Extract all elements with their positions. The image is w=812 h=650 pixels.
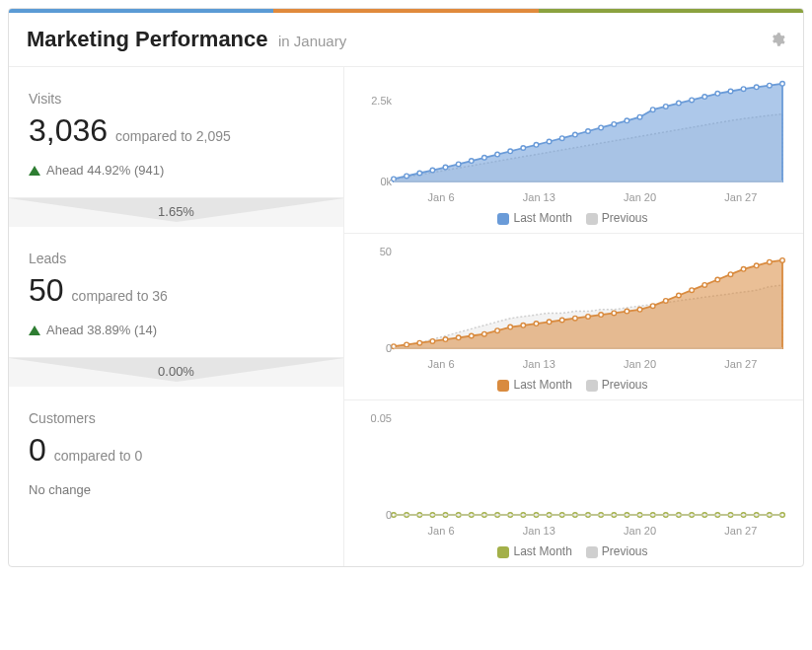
customers-value: 0 bbox=[29, 432, 46, 469]
svg-point-35 bbox=[430, 339, 435, 344]
svg-point-4 bbox=[443, 165, 448, 170]
svg-point-60 bbox=[754, 263, 759, 268]
leads-stat: Leads 50 compared to 36 Ahead 38.89% (14… bbox=[9, 227, 343, 357]
svg-point-10 bbox=[521, 146, 526, 151]
svg-point-36 bbox=[443, 337, 448, 342]
svg-point-13 bbox=[559, 136, 564, 141]
visits-stat: Visits 3,036 compared to 2,095 Ahead 44.… bbox=[9, 67, 343, 197]
svg-point-46 bbox=[573, 316, 578, 321]
chart-svg bbox=[354, 412, 788, 521]
chart-legend: Last Month Previous bbox=[354, 372, 791, 392]
svg-point-21 bbox=[664, 105, 669, 109]
svg-point-58 bbox=[728, 272, 733, 277]
svg-point-47 bbox=[586, 315, 591, 320]
svg-point-25 bbox=[715, 92, 720, 97]
svg-point-12 bbox=[547, 139, 552, 144]
stats-column: Visits 3,036 compared to 2,095 Ahead 44.… bbox=[9, 67, 344, 566]
visits-chart-slot: 2.5k 0k Jan 6Jan 13Jan 20Jan 27 Last Mon… bbox=[344, 67, 803, 234]
leads-label: Leads bbox=[29, 251, 324, 266]
svg-point-18 bbox=[625, 118, 629, 123]
svg-point-3 bbox=[430, 168, 435, 173]
svg-point-27 bbox=[741, 87, 746, 92]
svg-point-34 bbox=[417, 340, 422, 345]
customers-change: No change bbox=[29, 482, 91, 497]
card-header: Marketing Performance in January bbox=[9, 13, 803, 67]
svg-point-23 bbox=[690, 98, 695, 103]
chart-x-axis: Jan 6Jan 13Jan 20Jan 27 bbox=[354, 521, 791, 539]
visits-change: Ahead 44.92% (941) bbox=[46, 163, 164, 178]
svg-point-7 bbox=[482, 156, 487, 161]
funnel-rate-1: 1.65% bbox=[158, 204, 194, 219]
svg-point-30 bbox=[780, 82, 785, 87]
charts-column: 2.5k 0k Jan 6Jan 13Jan 20Jan 27 Last Mon… bbox=[344, 67, 803, 566]
svg-point-39 bbox=[482, 331, 487, 336]
svg-point-42 bbox=[521, 324, 526, 328]
svg-point-48 bbox=[599, 313, 604, 318]
chart-svg bbox=[354, 79, 788, 187]
svg-point-54 bbox=[677, 293, 682, 298]
funnel-visits-to-leads: 1.65% bbox=[9, 197, 343, 227]
funnel-rate-2: 0.00% bbox=[158, 364, 194, 379]
svg-point-29 bbox=[768, 83, 773, 88]
svg-point-22 bbox=[677, 101, 682, 106]
chart-legend: Last Month Previous bbox=[354, 539, 791, 558]
svg-point-11 bbox=[534, 143, 539, 148]
svg-point-6 bbox=[470, 159, 475, 164]
svg-point-53 bbox=[664, 299, 669, 304]
svg-point-52 bbox=[650, 304, 655, 309]
leads-change: Ahead 38.89% (14) bbox=[46, 323, 157, 337]
svg-point-2 bbox=[417, 171, 422, 176]
svg-point-8 bbox=[495, 152, 500, 157]
svg-point-62 bbox=[780, 258, 785, 263]
svg-point-50 bbox=[625, 309, 629, 314]
funnel-leads-to-customers: 0.00% bbox=[9, 357, 343, 387]
card-title: Marketing Performance bbox=[27, 27, 268, 51]
customers-stat: Customers 0 compared to 0 No change bbox=[9, 387, 343, 517]
svg-point-24 bbox=[702, 95, 707, 100]
svg-point-44 bbox=[547, 320, 552, 325]
svg-point-55 bbox=[690, 288, 695, 293]
svg-point-9 bbox=[508, 149, 513, 154]
svg-point-26 bbox=[728, 89, 733, 94]
svg-point-41 bbox=[508, 325, 513, 329]
chart-legend: Last Month Previous bbox=[354, 205, 791, 225]
svg-point-16 bbox=[599, 125, 604, 130]
leads-chart-slot: 50 0 Jan 6Jan 13Jan 20Jan 27 Last Month … bbox=[344, 234, 803, 400]
svg-point-0 bbox=[392, 177, 397, 181]
svg-point-28 bbox=[754, 85, 759, 90]
arrow-up-icon bbox=[29, 166, 40, 176]
leads-value: 50 bbox=[29, 272, 64, 309]
svg-point-45 bbox=[559, 318, 564, 323]
svg-point-56 bbox=[702, 283, 707, 288]
card-subtitle: in January bbox=[278, 33, 346, 49]
customers-label: Customers bbox=[29, 410, 324, 426]
visits-label: Visits bbox=[29, 91, 324, 107]
svg-point-19 bbox=[637, 114, 642, 119]
svg-point-57 bbox=[715, 277, 720, 282]
svg-point-5 bbox=[456, 162, 461, 167]
svg-point-17 bbox=[612, 122, 617, 127]
svg-point-14 bbox=[573, 132, 578, 137]
svg-point-38 bbox=[470, 333, 475, 338]
svg-point-40 bbox=[495, 328, 500, 333]
svg-point-37 bbox=[456, 335, 461, 340]
gear-icon[interactable] bbox=[770, 32, 785, 47]
svg-point-49 bbox=[612, 311, 617, 316]
arrow-up-icon bbox=[29, 325, 40, 335]
svg-point-43 bbox=[534, 322, 539, 326]
svg-point-59 bbox=[741, 267, 746, 272]
svg-point-33 bbox=[405, 342, 409, 347]
svg-point-61 bbox=[768, 259, 773, 264]
svg-point-1 bbox=[405, 174, 409, 179]
accent-bar bbox=[9, 9, 803, 13]
visits-value: 3,036 bbox=[29, 112, 108, 149]
svg-point-20 bbox=[650, 108, 655, 112]
chart-svg bbox=[354, 246, 788, 354]
svg-point-15 bbox=[586, 129, 591, 134]
customers-chart-slot: 0.05 0 Jan 6Jan 13Jan 20Jan 27 Last Mont… bbox=[344, 400, 803, 566]
chart-x-axis: Jan 6Jan 13Jan 20Jan 27 bbox=[354, 187, 791, 205]
svg-point-51 bbox=[637, 308, 642, 313]
marketing-performance-card: Marketing Performance in January Visits … bbox=[8, 8, 804, 567]
chart-x-axis: Jan 6Jan 13Jan 20Jan 27 bbox=[354, 354, 791, 372]
